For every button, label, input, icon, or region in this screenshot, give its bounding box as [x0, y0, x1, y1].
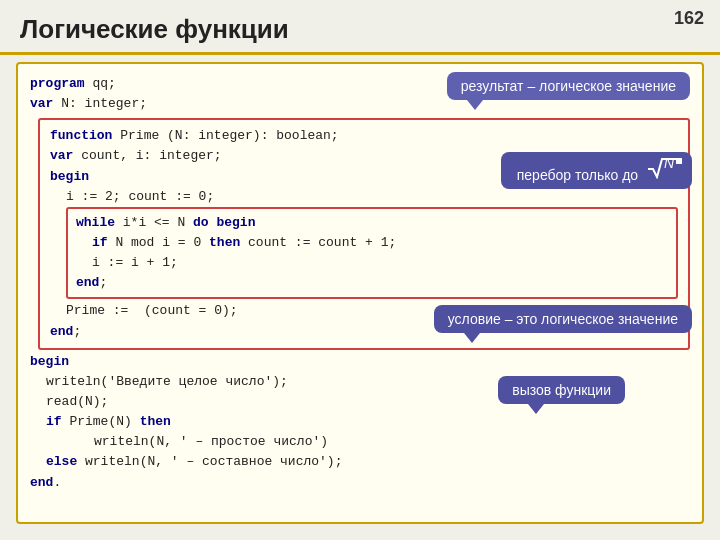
- code-line: i := 2; count := 0;: [50, 187, 678, 207]
- code-line: end;: [76, 273, 668, 293]
- code-line: writeln(N, ' – простое число'): [30, 432, 690, 452]
- code-line: function Prime (N: integer): boolean;: [50, 126, 678, 146]
- page-title: Логические функции: [20, 14, 289, 45]
- code-outer: program qq; var N: integer; function Pri…: [16, 62, 704, 524]
- code-line: end.: [30, 473, 690, 493]
- code-line: if N mod i = 0 then count := count + 1;: [76, 233, 668, 253]
- page-number: 162: [674, 8, 704, 29]
- code-line: if Prime(N) then: [30, 412, 690, 432]
- code-line: else writeln(N, ' – составное число');: [30, 452, 690, 472]
- callout-condition: условие – это логическое значение: [434, 305, 692, 333]
- callout-call: вызов функции: [498, 376, 625, 404]
- page: 162 Логические функции program qq; var N…: [0, 0, 720, 540]
- title-underline: [0, 52, 720, 55]
- code-line: i := i + 1;: [76, 253, 668, 273]
- while-block: while i*i <= N do begin if N mod i = 0 t…: [66, 207, 678, 300]
- callout-loop: перебор только до N: [501, 152, 692, 189]
- code-line: while i*i <= N do begin: [76, 213, 668, 233]
- code-line: begin: [30, 352, 690, 372]
- callout-result: результат – логическое значение: [447, 72, 690, 100]
